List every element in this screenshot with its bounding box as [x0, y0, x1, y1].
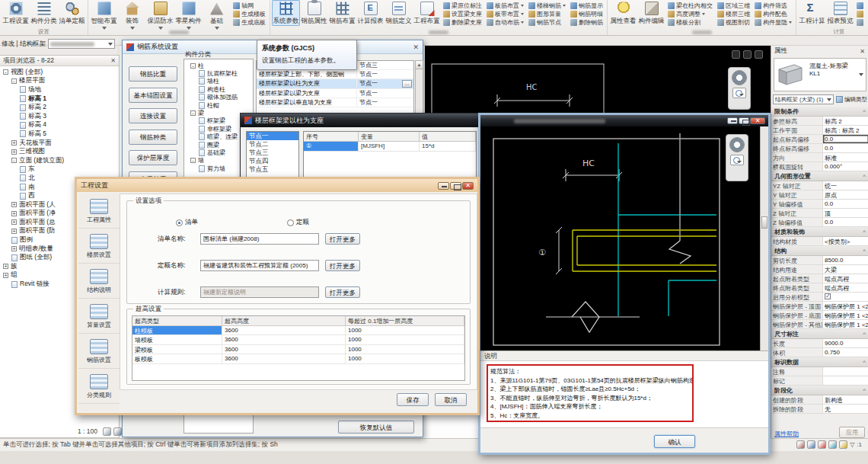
- ribbon-small-button[interactable]: 构件筛选: [755, 2, 792, 10]
- chevron-down-icon[interactable]: [859, 73, 863, 76]
- minimize-icon[interactable]: [727, 117, 738, 124]
- field-input[interactable]: 福建省建筑和装饰工程预算定额 (2005): [200, 260, 319, 271]
- node-list-item[interactable]: 节点五: [247, 165, 298, 174]
- expand-icon[interactable]: +: [11, 246, 17, 251]
- view-scale[interactable]: 1 : 100: [78, 427, 97, 435]
- window-titlebar[interactable]: [480, 115, 768, 126]
- table-cell[interactable]: 3600: [222, 354, 346, 364]
- ribbon-large-button[interactable]: 智能布置: [90, 0, 118, 30]
- ribbon-small-button[interactable]: 梁原位标注: [443, 2, 482, 10]
- ribbon-large-button[interactable]: 工程计算: [798, 0, 826, 26]
- checkbox-checked-icon[interactable]: [825, 293, 831, 299]
- ribbon-small-button[interactable]: 删除钢筋: [570, 18, 603, 27]
- table-cell[interactable]: 3600: [222, 345, 346, 355]
- property-value[interactable]: 0.0: [823, 144, 868, 152]
- section-header[interactable]: 几何图形位置^: [771, 171, 868, 181]
- section-header[interactable]: 标识数据^: [771, 357, 868, 367]
- ribbon-large-button[interactable]: 构件分类: [30, 0, 58, 26]
- settings-category-button[interactable]: 钢筋比重: [129, 66, 177, 82]
- dialog-titlebar[interactable]: 楼层框架梁以柱为支座: [241, 114, 480, 127]
- open-more-button[interactable]: 打开更多: [325, 260, 360, 271]
- selection-tool-icon[interactable]: [828, 440, 837, 449]
- ribbon-small-button[interactable]: 楼层三维: [717, 10, 750, 18]
- settings-category-button[interactable]: 基本锚固设置: [129, 88, 177, 103]
- scroll-thumb[interactable]: [761, 216, 767, 229]
- type-selector[interactable]: 结构框架 (大梁) (1): [773, 94, 834, 104]
- project-browser-header[interactable]: 项目浏览器 - 8-22 ✕: [0, 56, 119, 66]
- collapse-icon[interactable]: -: [11, 158, 17, 163]
- close-icon[interactable]: ✕: [413, 43, 419, 51]
- node-setting-row[interactable]: 楼层框架梁上部、下部、侧面钢节点一: [257, 70, 413, 79]
- expand-icon[interactable]: +: [11, 229, 17, 234]
- settings-nav-item[interactable]: 工程属性: [78, 194, 120, 229]
- table-cell[interactable]: 1000: [346, 345, 464, 355]
- property-value[interactable]: [823, 367, 868, 376]
- ribbon-small-button[interactable]: 钢筋显示: [570, 2, 603, 10]
- tree-item[interactable]: 场地: [0, 85, 119, 94]
- selection-tool-icon[interactable]: [818, 440, 826, 449]
- tree-item[interactable]: -柱: [187, 62, 253, 69]
- property-value[interactable]: 8500.0: [823, 256, 868, 264]
- property-value[interactable]: 0.750: [823, 348, 868, 357]
- tree-item[interactable]: +三维视图: [0, 147, 119, 156]
- property-value[interactable]: 标高 : 标高 2: [823, 126, 868, 134]
- ribbon-small-button[interactable]: 自动布筋: [487, 18, 524, 27]
- tree-item[interactable]: 标高 4: [0, 121, 119, 130]
- cancel-button[interactable]: 取消: [435, 393, 467, 406]
- ribbon-small-button[interactable]: 高度调整: [668, 10, 713, 18]
- edit-type-button[interactable]: 编辑类型: [836, 96, 867, 104]
- ribbon-small-button[interactable]: 钢筋明细: [570, 10, 603, 18]
- tree-item[interactable]: -视图 (全部): [0, 68, 119, 77]
- node-drawing-canvas[interactable]: HC ①: [480, 126, 768, 350]
- expand-icon[interactable]: +: [11, 202, 17, 207]
- settings-category-button[interactable]: 钢筋种类: [129, 130, 177, 145]
- collapse-icon[interactable]: ^: [863, 387, 866, 394]
- ribbon-small-button[interactable]: 钢筋节点: [528, 18, 566, 27]
- open-more-button[interactable]: 打开更多: [325, 233, 360, 245]
- field-input[interactable]: 国标清单 (福建2008): [200, 233, 319, 245]
- tree-item[interactable]: 柱帽: [187, 101, 253, 109]
- collapse-icon[interactable]: ^: [863, 108, 866, 115]
- tree-item[interactable]: 东: [0, 165, 119, 174]
- close-icon[interactable]: ✕: [110, 57, 116, 64]
- type-selector-dropdown[interactable]: [48, 39, 115, 49]
- tree-item[interactable]: +天花板平面: [0, 139, 119, 148]
- ribbon-large-button[interactable]: 清单定额: [58, 0, 86, 26]
- ribbon-large-button[interactable]: 钢筋定义: [385, 0, 413, 26]
- node-list-item[interactable]: 节点四: [247, 157, 298, 165]
- settings-nav-item[interactable]: 楼层设置: [78, 229, 120, 264]
- ribbon-small-button[interactable]: [857, 10, 865, 18]
- table-cell[interactable]: ①: [304, 142, 359, 152]
- collapse-icon[interactable]: -: [190, 110, 196, 116]
- property-value[interactable]: 端点高程: [823, 274, 868, 283]
- property-value[interactable]: [823, 376, 868, 385]
- section-header[interactable]: 材质和装饰^: [771, 227, 868, 237]
- node-setting-row[interactable]: 楼层框架梁以梁为支座节点一: [257, 89, 413, 98]
- node-list-item[interactable]: 节点二: [247, 140, 298, 149]
- expand-icon[interactable]: +: [11, 149, 17, 155]
- property-value[interactable]: 大梁: [823, 265, 868, 274]
- table-cell[interactable]: 1000: [346, 335, 464, 345]
- ribbon-small-button[interactable]: 区域三维: [717, 2, 750, 10]
- view-tool-icon[interactable]: [732, 50, 740, 59]
- property-value[interactable]: <按类别>: [823, 237, 868, 245]
- zoom-icon[interactable]: [732, 88, 746, 98]
- close-icon[interactable]: [462, 182, 474, 190]
- tree-item[interactable]: 砌体加强筋: [187, 94, 253, 101]
- property-value[interactable]: 端点高程: [823, 283, 868, 292]
- tree-item[interactable]: 标高 2: [0, 103, 119, 112]
- apply-button[interactable]: 应用: [839, 427, 865, 438]
- ribbon-large-button[interactable]: 构件编辑: [637, 0, 665, 26]
- collapse-icon[interactable]: -: [190, 63, 196, 69]
- ribbon-large-button[interactable]: 钢筋属性: [300, 0, 328, 26]
- ribbon-large-button[interactable]: 报表预览: [826, 0, 854, 26]
- ribbon-small-button[interactable]: [857, 2, 865, 10]
- table-cell[interactable]: 15*d: [420, 142, 476, 152]
- tree-item[interactable]: 构造柱: [187, 85, 253, 93]
- properties-help-link[interactable]: 属性帮助: [774, 430, 799, 438]
- scroll-up-icon[interactable]: ▲: [416, 61, 423, 69]
- save-button[interactable]: 保存: [397, 393, 429, 406]
- table-cell[interactable]: 3600: [222, 326, 346, 336]
- section-header[interactable]: 阶段化^: [771, 386, 868, 395]
- ribbon-small-button[interactable]: 构件显隐: [755, 18, 792, 27]
